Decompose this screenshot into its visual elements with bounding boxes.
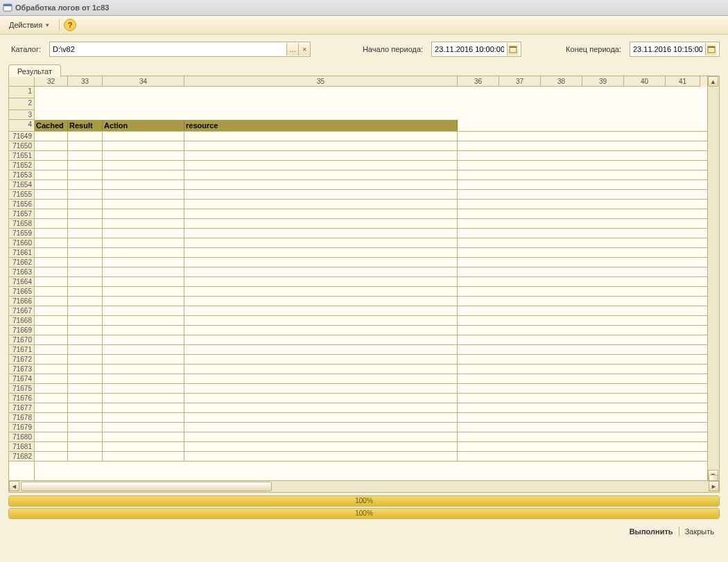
cell[interactable] xyxy=(624,297,666,306)
row-header[interactable]: 71650 xyxy=(9,141,34,151)
cell[interactable] xyxy=(499,394,541,403)
cell[interactable] xyxy=(666,229,700,238)
cell[interactable] xyxy=(541,345,582,354)
cell[interactable] xyxy=(582,297,624,306)
period-start-input[interactable] xyxy=(432,42,507,56)
cell[interactable] xyxy=(499,161,541,170)
cell[interactable] xyxy=(624,452,666,461)
cell[interactable] xyxy=(103,209,184,218)
cell[interactable] xyxy=(666,384,700,393)
cell[interactable] xyxy=(624,151,666,160)
cell[interactable] xyxy=(184,306,458,315)
vertical-scrollbar[interactable]: ▲ ▼ xyxy=(707,76,719,480)
cell[interactable] xyxy=(184,403,458,412)
cell[interactable] xyxy=(68,413,103,422)
cell[interactable] xyxy=(68,229,103,238)
cell[interactable] xyxy=(499,267,541,276)
cell[interactable] xyxy=(458,258,499,267)
cell[interactable] xyxy=(68,297,103,306)
cell[interactable] xyxy=(68,423,103,432)
cell[interactable] xyxy=(582,403,624,412)
cell[interactable] xyxy=(666,200,700,209)
cell[interactable] xyxy=(103,238,184,247)
cell[interactable] xyxy=(103,432,184,441)
cell[interactable] xyxy=(184,180,458,189)
cell[interactable] xyxy=(184,442,458,451)
cell[interactable] xyxy=(68,277,103,286)
cell[interactable] xyxy=(541,258,582,267)
cell[interactable] xyxy=(184,394,458,403)
column-header[interactable]: 40 xyxy=(624,76,666,87)
cell[interactable] xyxy=(35,316,68,325)
cell[interactable] xyxy=(541,287,582,296)
cell[interactable] xyxy=(35,200,68,209)
cell[interactable] xyxy=(458,248,499,257)
cell[interactable] xyxy=(68,326,103,335)
cell[interactable] xyxy=(103,413,184,422)
cell[interactable] xyxy=(499,248,541,257)
row-header[interactable]: 71657 xyxy=(9,209,34,219)
cell[interactable] xyxy=(582,394,624,403)
cell[interactable] xyxy=(35,110,700,120)
cell[interactable] xyxy=(458,219,499,228)
cell[interactable] xyxy=(184,287,458,296)
cell[interactable] xyxy=(541,151,582,160)
cell[interactable] xyxy=(184,151,458,160)
cell[interactable] xyxy=(458,432,499,441)
cell[interactable] xyxy=(458,394,499,403)
cell[interactable] xyxy=(184,238,458,247)
cell[interactable] xyxy=(35,209,68,218)
cell[interactable] xyxy=(68,238,103,247)
cell[interactable] xyxy=(458,316,499,325)
cell[interactable] xyxy=(541,297,582,306)
row-header[interactable]: 71667 xyxy=(9,306,34,316)
cell[interactable] xyxy=(499,442,541,451)
cell[interactable] xyxy=(458,365,499,374)
cell[interactable] xyxy=(68,287,103,296)
cell[interactable] xyxy=(582,432,624,441)
cell[interactable] xyxy=(184,248,458,257)
cell[interactable] xyxy=(103,200,184,209)
cell[interactable] xyxy=(458,384,499,393)
catalog-clear-button[interactable]: × xyxy=(298,43,310,55)
cell[interactable] xyxy=(458,141,499,150)
cell[interactable] xyxy=(35,403,68,412)
scroll-thumb[interactable] xyxy=(21,482,272,491)
cell[interactable] xyxy=(582,384,624,393)
cell[interactable] xyxy=(541,365,582,374)
row-header[interactable]: 71677 xyxy=(9,403,34,413)
cell[interactable] xyxy=(184,423,458,432)
cell[interactable] xyxy=(35,374,68,383)
cell[interactable] xyxy=(666,452,700,461)
cell[interactable] xyxy=(624,180,666,189)
cell[interactable] xyxy=(624,316,666,325)
column-header[interactable]: 41 xyxy=(666,76,700,87)
cell[interactable] xyxy=(582,161,624,170)
cell[interactable] xyxy=(458,452,499,461)
actions-menu-button[interactable]: Действия ▼ xyxy=(4,19,55,31)
cell[interactable] xyxy=(541,229,582,238)
cell[interactable] xyxy=(103,132,184,141)
cell[interactable] xyxy=(624,190,666,199)
cell[interactable] xyxy=(499,345,541,354)
cell[interactable] xyxy=(184,190,458,199)
cell[interactable] xyxy=(541,190,582,199)
cell[interactable] xyxy=(499,403,541,412)
cell[interactable] xyxy=(541,170,582,179)
cell[interactable] xyxy=(458,326,499,335)
cell[interactable] xyxy=(666,365,700,374)
cell[interactable] xyxy=(458,229,499,238)
cell[interactable] xyxy=(458,200,499,209)
row-header[interactable]: 71661 xyxy=(9,248,34,258)
cell[interactable] xyxy=(624,219,666,228)
cell[interactable] xyxy=(35,335,68,344)
cell[interactable] xyxy=(582,120,624,131)
row-header[interactable]: 1 xyxy=(9,87,34,98)
cell[interactable] xyxy=(458,374,499,383)
cell[interactable] xyxy=(458,413,499,422)
cell[interactable] xyxy=(35,297,68,306)
cell[interactable] xyxy=(666,394,700,403)
row-header[interactable]: 2 xyxy=(9,98,34,110)
cell[interactable] xyxy=(499,413,541,422)
cell[interactable] xyxy=(35,258,68,267)
